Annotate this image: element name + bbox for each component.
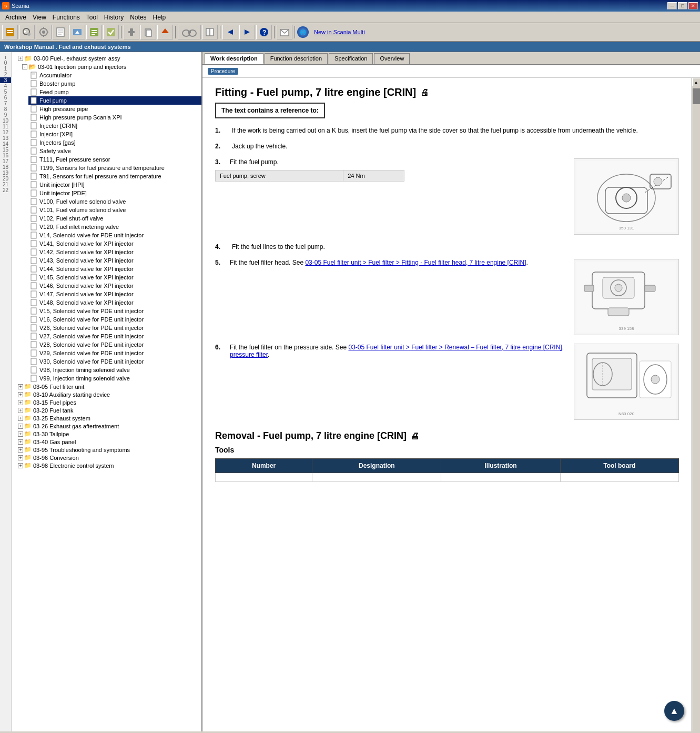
tree-item-0330[interactable]: + 📁 03-30 Tailpipe (16, 430, 202, 438)
menu-help[interactable]: Help (150, 13, 169, 22)
list-item[interactable]: V147, Solenoid valve for XPI injector (28, 290, 202, 298)
list-item-fuel-pump[interactable]: Fuel pump (28, 96, 202, 105)
expand-icon[interactable]: + (18, 455, 23, 460)
tree-item-0395[interactable]: + 📁 03-95 Troubleshooting and symptoms (16, 446, 202, 454)
list-item[interactable]: Safety valve (28, 147, 202, 155)
print-icon[interactable]: 🖨 (420, 88, 429, 97)
list-item[interactable]: V98, Injection timing solenoid valve (28, 366, 202, 374)
tool-btn-binoculars[interactable] (178, 25, 201, 39)
tree-item-0305[interactable]: + 📁 03-05 Fuel filter unit (16, 383, 202, 390)
tree-item-0300[interactable]: + 📁 03-00 Fuel-, exhaust system assy (16, 54, 202, 63)
scroll-up-button[interactable]: ▲ (692, 78, 701, 86)
window-controls[interactable]: ─ □ ✕ (667, 2, 698, 9)
list-item[interactable]: V146, Solenoid valve for XPI injector (28, 282, 202, 290)
tree-item-0396[interactable]: + 📁 03-96 Conversion (16, 454, 202, 461)
list-item[interactable]: V29, Solenoid valve for PDE unit injecto… (28, 349, 202, 357)
minimize-button[interactable]: ─ (667, 2, 677, 9)
list-item[interactable]: Feed pump (28, 88, 202, 96)
tree-item-0320[interactable]: + 📁 03-20 Fuel tank (16, 406, 202, 414)
tool-btn-book[interactable] (202, 25, 218, 39)
list-item[interactable]: Injectors [gas] (28, 138, 202, 147)
tool-btn-2[interactable] (19, 25, 35, 39)
expand-icon[interactable]: + (18, 439, 23, 445)
expand-icon[interactable]: + (18, 447, 23, 453)
list-item[interactable]: V99, Injection timing solenoid valve (28, 374, 202, 383)
list-item[interactable]: High pressure pump Scania XPI (28, 113, 202, 122)
menu-notes[interactable]: Notes (127, 13, 149, 22)
tool-btn-back[interactable] (222, 25, 238, 39)
list-item[interactable]: V26, Solenoid valve for PDE unit injecto… (28, 324, 202, 332)
list-item[interactable]: V15, Solenoid valve for PDE unit injecto… (28, 307, 202, 315)
tab-work-description[interactable]: Work description (205, 53, 263, 64)
list-item[interactable]: V101, Fuel volume solenoid valve (28, 206, 202, 214)
menu-history[interactable]: History (101, 13, 127, 22)
tree-item-0301[interactable]: - 📂 03-01 Injection pump and injectors (16, 63, 202, 71)
tool-btn-wrench[interactable] (124, 25, 139, 39)
tool-btn-forward[interactable] (239, 25, 255, 39)
tab-overview[interactable]: Overview (374, 53, 410, 64)
tree-item-0398[interactable]: + 📁 03-98 Electronic control system (16, 461, 202, 469)
list-item[interactable]: V120, Fuel inlet metering valve (28, 223, 202, 231)
list-item[interactable]: Unit injector [HPI] (28, 180, 202, 189)
list-item[interactable]: T199, Sensors for fuel pressure and temp… (28, 164, 202, 172)
tree-item-0325[interactable]: + 📁 03-25 Exhaust system (16, 414, 202, 422)
list-item[interactable]: V142, Solenoid valve for XPI injector (28, 248, 202, 256)
tab-specification[interactable]: Specification (329, 53, 373, 64)
list-item[interactable]: V102, Fuel shut-off valve (28, 214, 202, 223)
tool-btn-3[interactable] (36, 25, 52, 39)
tool-btn-envelope[interactable] (277, 25, 292, 39)
list-item[interactable]: V141, Solenoid valve for XPI injector (28, 239, 202, 248)
list-item[interactable]: Unit injector [PDE] (28, 189, 202, 197)
tab-function-description[interactable]: Function description (265, 53, 328, 64)
print-icon-2[interactable]: 🖨 (411, 431, 419, 441)
tool-btn-7[interactable] (103, 25, 119, 39)
back-to-top-button[interactable]: ▲ (664, 701, 684, 721)
menu-tool[interactable]: Tool (83, 13, 101, 22)
list-item[interactable]: V145, Solenoid valve for XPI injector (28, 273, 202, 282)
expand-icon[interactable]: + (18, 384, 23, 389)
tree-item-0315[interactable]: + 📁 03-15 Fuel pipes (16, 398, 202, 406)
tool-btn-4[interactable] (53, 25, 68, 39)
close-button[interactable]: ✕ (688, 2, 698, 9)
step-5-link[interactable]: 03-05 Fuel filter unit > Fuel filter > F… (305, 259, 526, 266)
list-item[interactable]: Injector [CRIN] (28, 122, 202, 130)
expand-icon[interactable]: + (18, 392, 23, 397)
list-item[interactable]: V14, Solenoid valve for PDE unit injecto… (28, 231, 202, 239)
expand-icon[interactable]: + (18, 400, 23, 405)
list-item[interactable]: Injector [XPI] (28, 130, 202, 138)
expand-icon[interactable]: + (18, 463, 23, 468)
expand-icon[interactable]: + (18, 431, 23, 437)
new-scania-multi-link[interactable]: New in Scania Multi (314, 29, 365, 35)
list-item[interactable]: V30, Solenoid valve for PDE unit injecto… (28, 357, 202, 366)
tree-item-0310[interactable]: + 📁 03-10 Auxiliary starting device (16, 390, 202, 398)
list-item[interactable]: V144, Solenoid valve for XPI injector (28, 265, 202, 273)
scrollbar[interactable]: ▲ (692, 78, 700, 731)
menu-view[interactable]: View (29, 13, 49, 22)
list-item[interactable]: High pressure pipe (28, 105, 202, 113)
scroll-thumb[interactable] (693, 88, 700, 104)
list-item[interactable]: V143, Solenoid valve for XPI injector (28, 256, 202, 265)
list-item[interactable]: Booster pump (28, 79, 202, 88)
list-item[interactable]: V148, Solenoid valve for XPI injector (28, 298, 202, 307)
tool-btn-arrow-up[interactable] (157, 25, 173, 39)
list-item[interactable]: V28, Solenoid valve for PDE unit injecto… (28, 340, 202, 349)
list-item[interactable]: V27, Solenoid valve for PDE unit injecto… (28, 332, 202, 340)
menu-archive[interactable]: Archive (2, 13, 29, 22)
tool-btn-6[interactable] (86, 25, 102, 39)
list-item[interactable]: T91, Sensors for fuel pressure and tempe… (28, 172, 202, 180)
tool-btn-5[interactable] (69, 25, 85, 39)
tree-item-0326[interactable]: + 📁 03-26 Exhaust gas aftertreatment (16, 422, 202, 430)
list-item[interactable]: Accumulator (28, 71, 202, 79)
expand-icon[interactable]: + (18, 416, 23, 421)
tool-btn-copy[interactable] (140, 25, 156, 39)
tool-btn-1[interactable] (2, 25, 18, 39)
expand-icon[interactable]: - (22, 64, 27, 69)
list-item[interactable]: V100, Fuel volume solenoid valve (28, 197, 202, 206)
list-item[interactable]: V16, Solenoid valve for PDE unit injecto… (28, 315, 202, 324)
step-6-link[interactable]: 03-05 Fuel filter unit > Fuel filter > R… (230, 344, 564, 358)
menu-functions[interactable]: Functions (49, 13, 83, 22)
list-item[interactable]: T111, Fuel pressure sensor (28, 155, 202, 164)
expand-icon[interactable]: + (18, 424, 23, 429)
expand-icon[interactable]: + (18, 56, 23, 61)
tool-btn-help[interactable]: ? (256, 25, 272, 39)
